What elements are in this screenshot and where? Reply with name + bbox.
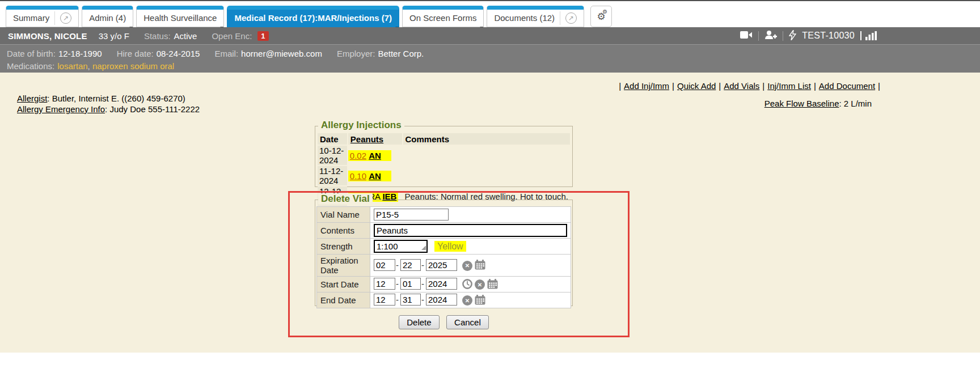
tab-documents[interactable]: Documents (12) ↗ — [487, 6, 584, 27]
expiration-month-input[interactable] — [374, 259, 395, 271]
injection-comment — [403, 166, 570, 185]
tab-health-surveillance-label: Health Surveillance — [143, 13, 217, 23]
separator: | — [878, 81, 880, 91]
injection-comment — [403, 146, 570, 165]
peak-flow-baseline: Peak Flow Baseline: 2 L/min — [764, 99, 872, 108]
end-day-input[interactable] — [400, 294, 421, 306]
demographics-bar: Date of birth:12-18-1990 Hire date:08-24… — [0, 44, 980, 73]
quick-add-link[interactable]: Quick Add — [677, 81, 716, 91]
allergy-injections-legend: Allergy Injections — [318, 120, 404, 131]
table-header-row: Date Peanuts Comments — [318, 133, 570, 145]
dob-value: 12-18-1990 — [58, 49, 102, 58]
date-separator: - — [396, 260, 399, 270]
contents-input[interactable] — [374, 224, 567, 237]
reaction-link[interactable]: AN — [369, 151, 381, 160]
content-area: |Add Inj/Imm|Quick Add|Add Vials|Inj/Imm… — [0, 73, 980, 353]
delete-vial-fieldset: Delete Vial Vial Name Contents Strength … — [315, 200, 573, 306]
strength-input[interactable] — [374, 240, 428, 253]
hire-date-value: 08-24-2015 — [157, 49, 200, 58]
delete-vial-buttons: Delete Cancel — [315, 315, 573, 329]
start-day-input[interactable] — [400, 278, 421, 290]
email-value: horner@mieweb.com — [241, 49, 322, 58]
lightning-icon[interactable] — [789, 30, 796, 42]
add-user-icon[interactable] — [764, 30, 777, 41]
employer-label: Employer: — [337, 49, 375, 58]
video-camera-icon[interactable] — [740, 31, 753, 41]
vial-name-input[interactable] — [374, 209, 449, 221]
tab-documents-label: Documents (12) — [494, 13, 555, 23]
reaction-link[interactable]: AN — [369, 171, 381, 181]
divider — [783, 31, 783, 41]
clear-icon[interactable]: ✕ — [462, 295, 472, 306]
form-row-start-date: Start Date --✕ — [317, 277, 571, 292]
popout-icon[interactable]: ↗ — [565, 12, 577, 24]
date-separator: - — [421, 260, 424, 270]
peak-flow-baseline-value: : 2 L/min — [839, 99, 872, 108]
tab-admin[interactable]: Admin (4) — [82, 6, 133, 27]
calendar-icon[interactable] — [475, 295, 485, 307]
date-separator: - — [421, 295, 424, 304]
injection-date: 10-12-2024 — [318, 146, 347, 165]
patient-name: SIMMONS, NICOLE — [8, 31, 87, 41]
separator: | — [619, 81, 621, 91]
form-row-end-date: End Date --✕ — [317, 292, 571, 308]
tab-medical-record-label: Medical Record (17):MAR/Injections (7) — [234, 13, 392, 23]
table-row: 10-12-2024 0.02 AN — [318, 146, 570, 165]
flowsheet-button[interactable] — [860, 31, 877, 40]
medication-link-losartan[interactable]: losartan — [57, 61, 87, 71]
allergist-value: : Butler, Internist E. ((260) 459-6270) — [47, 94, 185, 103]
start-month-input[interactable] — [374, 278, 395, 290]
table-row: 11-12-2024 0.10 AN — [318, 166, 570, 185]
employer-value: Better Corp. — [378, 49, 424, 58]
cancel-button[interactable]: Cancel — [446, 315, 489, 329]
dose-link[interactable]: 0.02 — [350, 151, 366, 160]
email-label: Email: — [214, 49, 238, 58]
open-encounter-badge[interactable]: 1 — [257, 31, 268, 41]
dose-link[interactable]: 0.10 — [350, 171, 366, 181]
expiration-date-label: Expiration Date — [317, 255, 370, 277]
delete-vial-form: Vial Name Contents Strength Yellow Expir… — [316, 206, 571, 308]
inj-imm-list-link[interactable]: Inj/Imm List — [767, 81, 811, 91]
form-row-vial-name: Vial Name — [317, 207, 571, 223]
date-column-header: Date — [318, 133, 347, 145]
delete-button[interactable]: Delete — [399, 315, 439, 329]
peak-flow-baseline-link[interactable]: Peak Flow Baseline — [764, 99, 839, 108]
peanuts-column-header-link[interactable]: Peanuts — [350, 134, 383, 144]
patient-header-bar: SIMMONS, NICOLE 33 y/o F Status: Active … — [0, 27, 980, 44]
start-date-label: Start Date — [317, 277, 370, 292]
add-inj-imm-link[interactable]: Add Inj/Imm — [624, 81, 669, 91]
settings-button[interactable]: ⚙ ⚙ — [590, 6, 612, 27]
calendar-icon[interactable] — [475, 260, 485, 272]
clock-icon[interactable] — [462, 279, 472, 291]
end-month-input[interactable] — [374, 294, 395, 306]
separator: | — [672, 81, 674, 91]
add-document-link[interactable]: Add Document — [819, 81, 875, 91]
clear-icon[interactable]: ✕ — [475, 279, 485, 290]
form-row-contents: Contents — [317, 223, 571, 239]
page-bottom-whitespace — [0, 353, 980, 390]
allergy-injections-fieldset: Allergy Injections Date Peanuts Comments… — [315, 126, 573, 187]
allergy-emergency-info-link[interactable]: Allergy Emergency Info — [17, 104, 105, 114]
status-value: Active — [174, 31, 197, 41]
popout-icon[interactable]: ↗ — [60, 12, 71, 24]
tab-divider — [560, 11, 560, 25]
medications-label: Medications: — [7, 61, 54, 71]
tab-summary[interactable]: Summary ↗ — [6, 6, 79, 27]
add-vials-link[interactable]: Add Vials — [724, 81, 759, 91]
end-year-input[interactable] — [426, 294, 457, 306]
separator: | — [719, 81, 721, 91]
tab-on-screen-forms[interactable]: On Screen Forms — [402, 6, 484, 27]
tab-medical-record[interactable]: Medical Record (17):MAR/Injections (7) — [227, 6, 399, 27]
expiration-year-input[interactable] — [426, 259, 457, 271]
strength-color-note: Yellow — [434, 241, 466, 252]
tab-health-surveillance[interactable]: Health Surveillance — [136, 6, 224, 27]
start-year-input[interactable] — [426, 278, 457, 290]
clear-icon[interactable]: ✕ — [462, 261, 472, 271]
allergist-link[interactable]: Allergist — [17, 94, 47, 103]
medication-link-naproxen[interactable]: naproxen sodium oral — [92, 61, 174, 71]
hire-date-label: Hire date: — [117, 49, 154, 58]
expiration-day-input[interactable] — [400, 259, 421, 271]
vial-name-label: Vial Name — [317, 207, 370, 223]
allergy-emergency-info-value: : Judy Doe 555-111-2222 — [105, 104, 200, 114]
calendar-icon[interactable] — [487, 279, 498, 291]
